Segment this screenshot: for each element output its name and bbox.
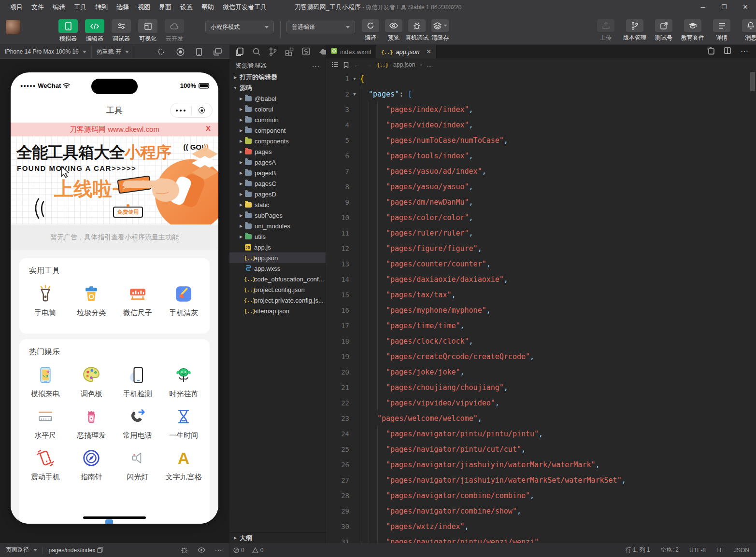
tree-item[interactable]: {..}code_obfuscation_conf... (229, 274, 326, 284)
breadcrumb-more[interactable]: ... (427, 61, 431, 68)
tree-item[interactable]: JSapp.js (229, 242, 326, 252)
explorer-more-icon[interactable]: ··· (312, 62, 320, 70)
grid-item[interactable]: 模拟来电 (22, 364, 69, 399)
toolbar-button-upload[interactable]: 上传 (593, 19, 618, 42)
sim-restart-icon[interactable] (157, 48, 165, 56)
menu-item[interactable]: 项目 (6, 0, 27, 14)
encoding[interactable]: UTF-8 (689, 547, 706, 554)
language-mode[interactable]: JSON (734, 547, 749, 554)
tree-item[interactable]: {..}sitemap.json (229, 306, 326, 316)
toolbar-button-cloud[interactable]: 云开发 (163, 19, 185, 43)
capsule-menu[interactable] (170, 103, 213, 118)
code-area[interactable]: 1▼{2▼"pages": [3"pages/index/index",4"pa… (326, 71, 756, 543)
close-promo-icon[interactable]: X (206, 124, 211, 132)
toolbar-button-refresh[interactable]: 编译 (360, 19, 381, 42)
menu-item[interactable]: 编辑 (48, 0, 70, 14)
grid-item[interactable]: 常用电话 (114, 405, 161, 440)
grid-item[interactable]: 恶搞理发 (69, 405, 115, 440)
grid-item[interactable]: A文字九宫格 (161, 447, 207, 482)
tree-item[interactable]: ▶uni_modules (229, 221, 326, 231)
page-path-dropdown[interactable]: 页面路径 (0, 546, 41, 554)
toolbar-button-layout[interactable]: 可视化 (137, 19, 159, 43)
source-control-icon[interactable] (269, 47, 277, 57)
menu-item[interactable]: 文件 (27, 0, 48, 14)
bookmark-icon[interactable] (343, 62, 349, 68)
nav-back-icon[interactable]: ← (354, 61, 360, 69)
eye-icon[interactable] (198, 547, 205, 553)
hero-banner[interactable]: 全能工具箱大全小程序 (( GO!)) FOUND MOVING A CAR>>… (11, 136, 218, 224)
home-capsule-icon[interactable] (192, 107, 213, 113)
toolbar-button-gradcap[interactable]: 教育套件 (680, 19, 705, 42)
tree-item[interactable]: {..}project.private.config.js... (229, 295, 326, 306)
user-avatar[interactable] (6, 20, 20, 34)
toolbar-button-branch[interactable]: 版本管理 (622, 19, 647, 42)
editor-scrollbar[interactable] (750, 72, 755, 91)
tree-item[interactable]: app.wxss (229, 263, 326, 274)
sim-device-icon[interactable] (196, 48, 202, 56)
tab-close-icon[interactable]: ✕ (427, 48, 431, 55)
tree-item[interactable]: ▶utils (229, 231, 326, 242)
minimize-button[interactable]: ─ (692, 0, 713, 14)
tree-item[interactable]: ▶pages (229, 146, 326, 157)
tab-app.json[interactable]: {..}app.json✕ (376, 45, 436, 58)
extensions-icon[interactable] (285, 47, 294, 57)
indentation[interactable]: 空格: 2 (661, 546, 679, 554)
promo-banner[interactable]: 刀客源码网 www.dkewl.com X (11, 123, 218, 136)
close-button[interactable]: ✕ (735, 0, 756, 14)
tree-item[interactable]: ▶subPages (229, 210, 326, 221)
toolbar-button-code[interactable]: 编辑器 (84, 19, 106, 43)
problems-errors[interactable]: 0 (229, 547, 248, 554)
sim-multiwindow-icon[interactable] (214, 48, 222, 56)
tree-item[interactable]: ▶pagesD (229, 189, 326, 199)
tree-item[interactable]: {..}project.config.json (229, 284, 326, 295)
toolbar-button-bug[interactable]: 真机调试 (406, 19, 428, 42)
menu-item[interactable]: 选择 (112, 0, 133, 14)
tree-item[interactable]: ▶components (229, 136, 326, 146)
sim-record-icon[interactable] (176, 48, 185, 56)
run-mode-dropdown[interactable]: 小程序模式 (205, 21, 274, 33)
copy-icon[interactable] (97, 547, 103, 553)
grid-item[interactable]: 手机检测 (114, 364, 161, 399)
tree-item[interactable]: ▶pagesA (229, 157, 326, 167)
grid-item[interactable]: 震动手机 (22, 447, 69, 482)
menu-item[interactable]: 界面 (155, 0, 176, 14)
breadcrumb-file[interactable]: app.json (393, 61, 415, 68)
tree-item[interactable]: ▶pagesB (229, 167, 326, 178)
tree-item[interactable]: ▶pagesC (229, 178, 326, 189)
menu-item[interactable]: 微信开发者工具 (218, 0, 271, 14)
files-icon[interactable] (235, 47, 244, 57)
plugin-icon[interactable] (302, 47, 310, 57)
grid-item[interactable]: 手机清灰 (161, 283, 207, 318)
tab-index.wxml[interactable]: index.wxml (326, 45, 376, 58)
menu-item[interactable]: 转到 (91, 0, 112, 14)
maximize-button[interactable]: ☐ (713, 0, 735, 14)
grid-item[interactable]: 闪光灯 (114, 447, 161, 482)
toolbar-button-testbox[interactable]: 测试号 (651, 19, 676, 42)
split-editor-icon[interactable] (724, 47, 731, 56)
device-selector[interactable]: iPhone 14 Pro Max 100% 16 (0, 45, 92, 59)
toolbar-button-bell[interactable]: 消息 (738, 19, 756, 42)
tree-item[interactable]: ▶component (229, 125, 326, 136)
tree-item[interactable]: ▶static (229, 199, 326, 210)
tree-item[interactable]: {..}app.json (229, 252, 326, 263)
tree-item[interactable]: ▶@babel (229, 93, 326, 104)
outline-section[interactable]: ▶ 大纲 (229, 532, 326, 543)
hot-reload-toggle[interactable]: 热重载 开 (92, 45, 134, 59)
grid-item[interactable]: 微信尺子 (114, 283, 161, 318)
grid-item[interactable]: 指南针 (69, 447, 115, 482)
cursor-position[interactable]: 行 1, 列 1 (626, 546, 650, 554)
open-preview-icon[interactable] (707, 47, 714, 56)
open-editors-section[interactable]: ▶ 打开的编辑器 (229, 72, 326, 83)
tree-item[interactable]: ▶colorui (229, 104, 326, 114)
toolbar-button-simulator[interactable]: 模拟器 (57, 19, 79, 43)
grid-item[interactable]: 调色板 (69, 364, 115, 399)
debug-icon[interactable] (181, 546, 188, 554)
grid-item[interactable]: 一生时间 (161, 405, 207, 440)
menu-item[interactable]: 工具 (70, 0, 91, 14)
compile-mode-dropdown[interactable]: 普通编译 (286, 21, 355, 33)
problems-warnings[interactable]: 0 (248, 547, 268, 554)
grid-item[interactable]: 手电筒 (22, 283, 69, 318)
eol[interactable]: LF (716, 547, 723, 554)
menu-item[interactable]: 视图 (133, 0, 155, 14)
toolbar-button-eye[interactable]: 预览 (383, 19, 404, 42)
